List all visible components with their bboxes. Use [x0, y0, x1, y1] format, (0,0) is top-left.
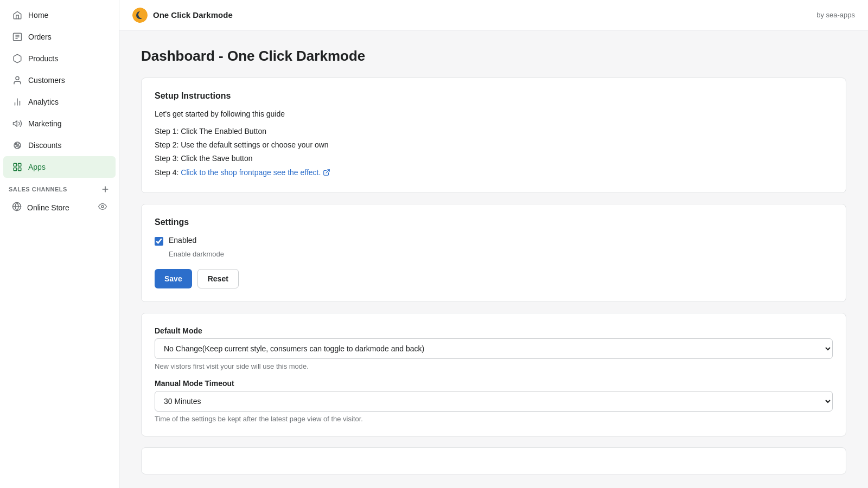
- svg-rect-13: [18, 163, 21, 166]
- svg-rect-15: [18, 168, 21, 171]
- add-sales-channel-icon[interactable]: [100, 184, 110, 194]
- svg-rect-12: [14, 163, 16, 166]
- marketing-icon: [12, 118, 23, 129]
- products-icon: [12, 53, 23, 64]
- setup-steps: Step 1: Click The Enabled Button Step 2:…: [155, 125, 833, 179]
- sidebar-item-label: Apps: [28, 163, 46, 171]
- sidebar-item-products[interactable]: Products: [3, 48, 116, 69]
- timeout-hint: Time of the settings be kept after the l…: [155, 415, 833, 423]
- external-link-icon: [323, 169, 330, 176]
- discounts-icon: [12, 140, 23, 151]
- topbar-left: One Click Darkmode: [132, 8, 233, 23]
- save-button[interactable]: Save: [155, 269, 192, 288]
- svg-line-22: [326, 170, 329, 173]
- settings-title: Settings: [155, 217, 833, 227]
- reset-button[interactable]: Reset: [197, 269, 239, 288]
- svg-rect-14: [14, 168, 16, 171]
- sidebar-item-label: Orders: [28, 33, 52, 41]
- setup-step-3: Step 3: Click the Save button: [155, 152, 833, 165]
- setup-intro: Let's get started by following this guid…: [155, 110, 833, 118]
- enabled-sublabel: Enable darkmode: [169, 250, 833, 258]
- sidebar-item-label: Home: [28, 11, 48, 20]
- sidebar-item-label: Analytics: [28, 98, 59, 106]
- settings-card: Settings Enabled Enable darkmode Save Re…: [141, 204, 846, 302]
- sales-channels-header: SALES CHANNELS: [0, 178, 119, 196]
- home-icon: [12, 10, 23, 21]
- default-mode-card: Default Mode No Change(Keep current styl…: [141, 313, 846, 436]
- online-store-label: Online Store: [27, 203, 69, 212]
- setup-step-2: Step 2: Use the default settings or choo…: [155, 138, 833, 152]
- analytics-icon: [12, 97, 23, 107]
- sidebar-item-label: Marketing: [28, 119, 61, 128]
- sidebar-item-label: Discounts: [28, 141, 61, 150]
- apps-icon: [12, 162, 23, 172]
- timeout-select[interactable]: 30 Minutes 1 Hour 2 Hours Never: [155, 391, 833, 412]
- content-area: Dashboard - One Click Darkmode Setup Ins…: [119, 30, 868, 488]
- svg-point-4: [16, 76, 19, 80]
- svg-point-21: [132, 8, 148, 23]
- sales-channels-label: SALES CHANNELS: [9, 186, 67, 192]
- setup-instructions-card: Setup Instructions Let's get started by …: [141, 78, 846, 193]
- sidebar-item-discounts[interactable]: Discounts: [3, 134, 116, 156]
- topbar-byline: by sea-apps: [816, 11, 855, 19]
- online-store-right: [98, 202, 107, 213]
- sidebar-item-analytics[interactable]: Analytics: [3, 91, 116, 113]
- step4-link-text: Click to the shop frontpage see the effe…: [181, 166, 321, 179]
- customers-icon: [12, 75, 23, 86]
- enabled-row: Enabled: [155, 236, 833, 246]
- svg-point-9: [15, 143, 17, 145]
- topbar: One Click Darkmode by sea-apps: [119, 0, 868, 30]
- step4-link[interactable]: Click to the shop frontpage see the effe…: [181, 166, 330, 179]
- online-store-eye-icon[interactable]: [98, 202, 107, 213]
- sidebar-item-marketing[interactable]: Marketing: [3, 113, 116, 134]
- bottom-partial-card: [141, 447, 846, 474]
- online-store-left: Online Store: [12, 202, 69, 213]
- setup-step-1: Step 1: Click The Enabled Button: [155, 125, 833, 138]
- topbar-app-name: One Click Darkmode: [153, 10, 233, 20]
- sidebar: Home Orders Products Customers Analytics…: [0, 0, 119, 488]
- timeout-group: Manual Mode Timeout 30 Minutes 1 Hour 2 …: [155, 379, 833, 423]
- sidebar-item-home[interactable]: Home: [3, 4, 116, 26]
- step4-prefix: Step 4:: [155, 168, 181, 177]
- button-row: Save Reset: [155, 269, 833, 288]
- setup-step-4: Step 4: Click to the shop frontpage see …: [155, 166, 833, 179]
- svg-point-10: [18, 146, 20, 147]
- sidebar-item-customers[interactable]: Customers: [3, 69, 116, 91]
- svg-line-11: [16, 144, 20, 147]
- app-logo: [132, 8, 148, 23]
- orders-icon: [12, 31, 23, 42]
- svg-marker-8: [14, 121, 17, 127]
- sidebar-item-label: Customers: [28, 76, 65, 85]
- default-mode-label: Default Mode: [155, 326, 833, 335]
- sidebar-item-apps[interactable]: Apps: [3, 156, 116, 178]
- online-store-icon: [12, 202, 22, 213]
- timeout-label: Manual Mode Timeout: [155, 379, 833, 388]
- page-title: Dashboard - One Click Darkmode: [141, 48, 846, 65]
- sidebar-item-orders[interactable]: Orders: [3, 26, 116, 48]
- setup-title: Setup Instructions: [155, 91, 833, 101]
- main-content: One Click Darkmode by sea-apps Dashboard…: [119, 0, 868, 488]
- enabled-checkbox[interactable]: [155, 237, 163, 246]
- svg-point-20: [101, 206, 104, 208]
- sidebar-item-online-store[interactable]: Online Store: [3, 196, 116, 219]
- sidebar-item-label: Products: [28, 54, 58, 63]
- default-mode-select[interactable]: No Change(Keep current style, consumers …: [155, 338, 833, 359]
- default-mode-hint: New vistors first visit your side will u…: [155, 362, 833, 370]
- enabled-label[interactable]: Enabled: [169, 236, 196, 245]
